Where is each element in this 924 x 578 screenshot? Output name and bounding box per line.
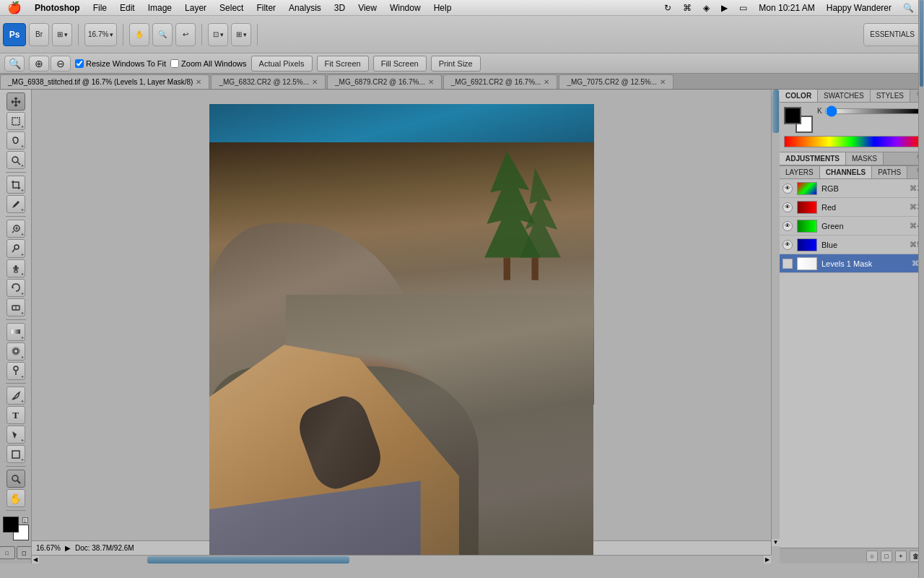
doc-tab-close-2[interactable]: ✕	[428, 78, 434, 86]
healing-brush-tool[interactable]: ▸	[6, 220, 25, 238]
eye-blue[interactable]: 👁	[783, 240, 793, 250]
quick-mask-mode[interactable]: □	[0, 546, 15, 559]
channel-row-levels-mask[interactable]: Levels 1 Mask ⌘\	[780, 254, 924, 273]
resize-windows-checkbox[interactable]: Resize Windows To Fit	[75, 59, 166, 68]
hand-btn[interactable]: ✋	[6, 489, 25, 507]
horizontal-scrollbar[interactable]: ◀ ▶	[32, 555, 771, 564]
doc-tab-1[interactable]: _MG_6832.CR2 @ 12.5%... ✕	[211, 74, 326, 89]
horizontal-scroll-thumb[interactable]	[147, 556, 349, 564]
menu-edit[interactable]: Edit	[114, 1, 141, 14]
workspace-btn[interactable]: ESSENTIALS	[863, 23, 921, 46]
swatches-tab[interactable]: SWATCHES	[818, 90, 871, 102]
lasso-tool[interactable]: ▸	[6, 131, 25, 150]
doc-tab-close-3[interactable]: ✕	[544, 78, 549, 86]
menu-file[interactable]: File	[87, 1, 113, 14]
quick-select-tool[interactable]: ▸	[6, 151, 25, 169]
zoom-out-btn[interactable]: ⊖	[51, 56, 71, 72]
menu-help[interactable]: Help	[428, 1, 458, 14]
styles-tab[interactable]: STYLES	[871, 90, 910, 102]
tool-options-icon[interactable]: 🔍	[4, 56, 25, 72]
pen-tool[interactable]: ▸	[6, 387, 25, 405]
doc-tab-close-4[interactable]: ✕	[660, 78, 666, 86]
history-brush-tool[interactable]: ▸	[6, 279, 25, 297]
path-select-tool[interactable]: ▸	[6, 426, 25, 444]
eye-mask-empty[interactable]	[783, 259, 793, 269]
channel-row-blue[interactable]: 👁 Blue ⌘5	[780, 236, 924, 254]
color-spectrum[interactable]	[784, 136, 920, 147]
resize-windows-input[interactable]	[75, 59, 84, 68]
crop-tool[interactable]: ▸	[6, 176, 25, 194]
doc-tab-close-1[interactable]: ✕	[312, 78, 318, 86]
layers-sub-tab[interactable]: LAYERS	[780, 166, 820, 178]
zoom-in-btn[interactable]: ⊕	[29, 56, 49, 72]
app-name[interactable]: Photoshop	[29, 1, 86, 14]
channel-row-rgb[interactable]: 👁 RGB ⌘2	[780, 179, 924, 198]
marquee-tool[interactable]: ▸	[6, 112, 25, 130]
menu-analysis[interactable]: Analysis	[283, 1, 327, 14]
doc-tab-2[interactable]: _MG_6879.CR2 @ 16.7%... ✕	[327, 74, 442, 89]
apple-menu[interactable]: 🍎	[0, 1, 29, 14]
hand-tool-btn[interactable]: ✋	[129, 23, 149, 46]
shape-tool[interactable]: ▸	[6, 445, 25, 463]
eye-green[interactable]: 👁	[783, 221, 793, 231]
load-channel-btn[interactable]: ○	[866, 551, 878, 562]
fill-screen-btn[interactable]: Fill Screen	[373, 56, 427, 72]
zoom-btn-active[interactable]	[6, 470, 25, 488]
vertical-scrollbar[interactable]: ▲ ▼	[771, 90, 780, 555]
dodge-tool[interactable]: ▸	[6, 362, 25, 380]
scroll-right-btn[interactable]: ▶	[764, 556, 771, 564]
eyedropper-tool[interactable]: ▸	[6, 195, 25, 213]
eye-rgb[interactable]: 👁	[783, 184, 793, 194]
doc-tab-close-0[interactable]: ✕	[196, 78, 201, 86]
type-tool[interactable]: T	[6, 406, 25, 424]
canvas-image[interactable]	[209, 104, 594, 555]
screen-mode-btn[interactable]: ⊡▾	[208, 23, 228, 46]
scroll-down-btn[interactable]: ▼	[772, 539, 780, 546]
doc-tab-4[interactable]: _MG_7075.CR2 @ 12.5%... ✕	[559, 74, 674, 89]
channels-scrollbar[interactable]	[918, 0, 924, 578]
gradient-tool[interactable]: ▸	[6, 323, 25, 341]
menu-filter[interactable]: Filter	[250, 1, 282, 14]
screen-mode[interactable]: ◻	[17, 546, 32, 559]
blur-tool[interactable]: ▸	[6, 342, 25, 361]
arrange-btn[interactable]: ⊞▾	[231, 23, 251, 46]
menu-image[interactable]: Image	[142, 1, 178, 14]
doc-tab-0[interactable]: _MG_6938_stitched.tif @ 16.7% (Levels 1,…	[0, 74, 209, 89]
actual-pixels-btn[interactable]: Actual Pixels	[251, 56, 313, 72]
k-slider[interactable]	[825, 108, 920, 114]
vertical-scroll-thumb[interactable]	[772, 90, 779, 133]
save-channel-btn[interactable]: □	[881, 551, 892, 562]
zoom-all-windows-checkbox[interactable]: Zoom All Windows	[170, 59, 246, 68]
mini-bridge-btn[interactable]: ⊞▾	[52, 23, 72, 46]
zoom-tool-btn[interactable]: 🔍	[152, 23, 173, 46]
doc-tab-3[interactable]: _MG_6921.CR2 @ 16.7%... ✕	[443, 74, 558, 89]
rotate-tool-btn[interactable]: ↩	[175, 23, 196, 46]
move-tool[interactable]	[6, 92, 25, 111]
masks-tab[interactable]: MASKS	[846, 152, 884, 165]
adjustments-tab[interactable]: ADJUSTMENTS	[780, 152, 846, 165]
foreground-color[interactable]	[3, 517, 19, 532]
menu-select[interactable]: Select	[214, 1, 249, 14]
menu-layer[interactable]: Layer	[179, 1, 212, 14]
color-tab[interactable]: COLOR	[780, 90, 818, 102]
eye-red[interactable]: 👁	[783, 202, 793, 212]
search-icon[interactable]: 🔍	[900, 3, 917, 13]
channels-sub-tab[interactable]: CHANNELS	[820, 166, 873, 178]
zoom-all-input[interactable]	[170, 59, 179, 68]
zoom-level[interactable]: 16.7% ▾	[84, 23, 117, 46]
menu-view[interactable]: View	[352, 1, 383, 14]
new-channel-btn[interactable]: +	[895, 551, 907, 562]
eraser-tool[interactable]: ▸	[6, 298, 25, 316]
status-arrow[interactable]: ▶	[65, 544, 71, 552]
print-size-btn[interactable]: Print Size	[431, 56, 481, 72]
foreground-swatch[interactable]	[784, 107, 801, 124]
user-name[interactable]: Happy Wanderer	[824, 3, 894, 13]
fit-screen-btn[interactable]: Fit Screen	[317, 56, 369, 72]
clone-stamp-tool[interactable]: ▸	[6, 259, 25, 277]
paths-sub-tab[interactable]: PATHS	[872, 166, 907, 178]
menu-3d[interactable]: 3D	[328, 1, 351, 14]
channel-row-green[interactable]: 👁 Green ⌘4	[780, 217, 924, 236]
bridge-btn[interactable]: Br	[29, 23, 49, 46]
menu-window[interactable]: Window	[384, 1, 427, 14]
channel-row-red[interactable]: 👁 Red ⌘3	[780, 198, 924, 217]
